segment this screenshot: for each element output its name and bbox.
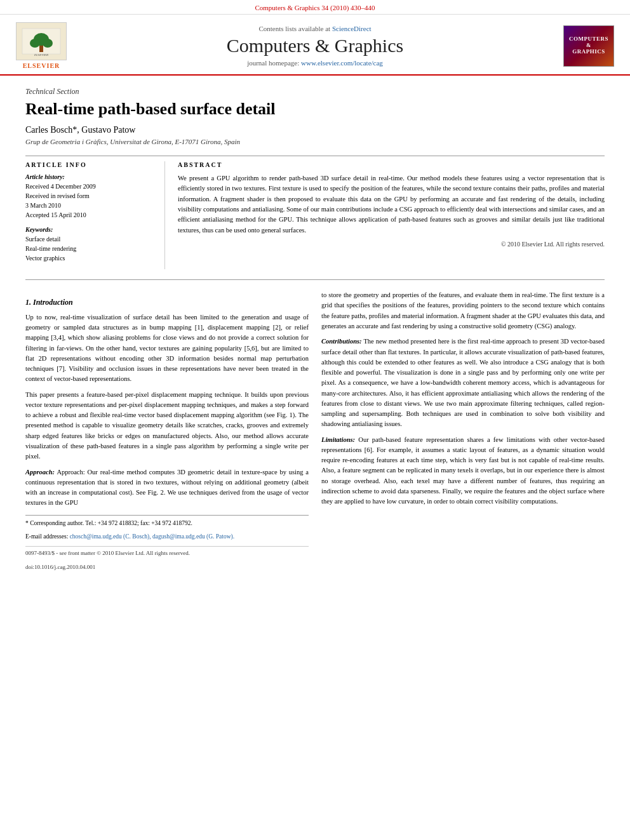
journal-title: Computers & Graphics — [70, 35, 560, 57]
divider-body — [25, 279, 605, 280]
footnote-email-2: dagush@ima.udg.edu (G. Patow). — [152, 533, 234, 540]
history-group: Article history: Received 4 December 200… — [25, 173, 152, 220]
body-columns: 1. Introduction Up to now, real-time vis… — [25, 290, 605, 577]
intro-col2-p2: Contributions: The new method presented … — [321, 337, 605, 429]
paper-title: Real-time path-based surface detail — [25, 99, 605, 119]
authors: Carles Bosch*, Gustavo Patow — [25, 125, 605, 135]
elsevier-logo: ELSEVIER ELSEVIER — [13, 22, 70, 69]
received-revised: Received in revised form — [25, 191, 152, 201]
article-info-heading: ARTICLE INFO — [25, 161, 152, 168]
footer-doi: doi:10.1016/j.cag.2010.04.001 — [25, 563, 309, 572]
keyword-2: Real-time rendering — [25, 244, 152, 253]
section-label: Technical Section — [25, 87, 605, 97]
cg-logo: COMPUTERS & GRAPHICS — [563, 25, 614, 67]
abstract-text: We present a GPU algorithm to render pat… — [178, 173, 605, 236]
svg-point-4 — [43, 39, 53, 48]
intro-col2-p3: Limitations: Our path-based feature repr… — [321, 435, 605, 507]
limitations-text: Our path-based feature representation sh… — [321, 436, 605, 505]
limitations-label: Limitations: — [321, 436, 355, 443]
intro-p3: Approach: Approach: Our real-time method… — [25, 467, 309, 509]
elsevier-logo-image: ELSEVIER — [16, 22, 67, 60]
keywords-group: Keywords: Surface detail Real-time rende… — [25, 226, 152, 263]
copyright: © 2010 Elsevier Ltd. All rights reserved… — [178, 241, 605, 248]
contributions-label: Contributions: — [321, 338, 362, 345]
article-info: ARTICLE INFO Article history: Received 4… — [25, 161, 165, 269]
journal-homepage: journal homepage: www.elsevier.com/locat… — [70, 59, 560, 67]
sciencedirect-link[interactable]: ScienceDirect — [332, 25, 372, 32]
keywords-heading: Keywords: — [25, 226, 152, 233]
intro-col2-p1: to store the geometry and properties of … — [321, 290, 605, 331]
contents-line: Contents lists available at ScienceDirec… — [70, 25, 560, 32]
footnote-email-1: chosch@ima.udg.edu (C. Bosch), — [70, 533, 151, 540]
footer-line: 0097-8493/$ - see front matter © 2010 El… — [25, 546, 309, 572]
abstract-heading: ABSTRACT — [178, 161, 605, 168]
keyword-3: Vector graphics — [25, 253, 152, 263]
body-col-right: to store the geometry and properties of … — [321, 290, 605, 577]
contributions-text: The new method presented here is the fir… — [321, 338, 605, 427]
intro-heading: 1. Introduction — [25, 297, 309, 309]
journal-ref-text: Computers & Graphics 34 (2010) 430–440 — [255, 4, 375, 11]
history-heading: Article history: — [25, 173, 152, 180]
approach-label: Approach: — [25, 469, 55, 476]
elsevier-text: ELSEVIER — [23, 62, 60, 69]
divider-top — [25, 156, 605, 156]
abstract-area: ABSTRACT We present a GPU algorithm to r… — [165, 161, 605, 269]
footnote-star: * Corresponding author. Tel.: +34 972 41… — [25, 519, 309, 528]
cg-logo-container: COMPUTERS & GRAPHICS — [560, 25, 617, 67]
received-1: Received 4 December 2009 — [25, 182, 152, 191]
intro-p1: Up to now, real-time visualization of su… — [25, 312, 309, 385]
footer-issn: 0097-8493/$ - see front matter © 2010 El… — [25, 549, 309, 558]
body-col-left: 1. Introduction Up to now, real-time vis… — [25, 290, 309, 577]
received-revised-date: 3 March 2010 — [25, 201, 152, 210]
journal-header: ELSEVIER ELSEVIER Contents lists availab… — [0, 15, 630, 76]
main-content: Technical Section Real-time path-based s… — [0, 87, 630, 577]
footnote-area: * Corresponding author. Tel.: +34 972 41… — [25, 515, 309, 542]
svg-point-3 — [30, 39, 40, 48]
journal-header-center: Contents lists available at ScienceDirec… — [70, 25, 560, 67]
affiliation: Grup de Geometria i Gràfics, Universitat… — [25, 138, 605, 145]
journal-reference: Computers & Graphics 34 (2010) 430–440 — [0, 0, 630, 15]
article-info-row: ARTICLE INFO Article history: Received 4… — [25, 161, 605, 269]
intro-p3-text: Approach: Our real-time method computes … — [25, 469, 309, 507]
accepted: Accepted 15 April 2010 — [25, 210, 152, 220]
homepage-link[interactable]: www.elsevier.com/locate/cag — [301, 59, 383, 67]
keyword-1: Surface detail — [25, 234, 152, 244]
svg-text:ELSEVIER: ELSEVIER — [34, 53, 48, 57]
intro-p2: This paper presents a feature-based per-… — [25, 390, 309, 462]
footnote-emails: E-mail addresses: chosch@ima.udg.edu (C.… — [25, 533, 309, 541]
